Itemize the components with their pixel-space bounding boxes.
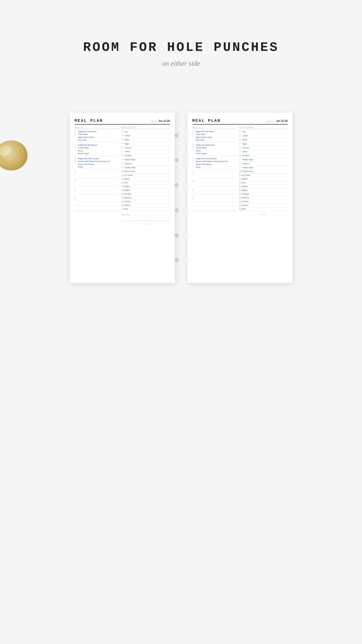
planner-body-left: MEALS MON Eggs with hash brown Tuna Sala… — [75, 127, 170, 225]
grocery-apples-label-right: Apples — [242, 177, 248, 180]
circle-pies-right — [239, 182, 241, 184]
day-meals-sat-right — [196, 187, 236, 194]
grocery-pastafrozen-left: Pasta Frozen — [122, 170, 170, 173]
check-oreos-right: ✓ — [239, 150, 242, 153]
grocery-bananas-label-left: Bananas — [124, 196, 132, 199]
meal-wed-1: Bagel with cream cheese — [78, 157, 118, 160]
meal-r-mon-1: Eggs with hash brown — [196, 130, 236, 133]
groceries-col-left: GROCERIES ✓ Tea ✓ Coffee ✓ Butter — [122, 127, 170, 225]
grocery-oranges-label-left: Oranges — [124, 193, 132, 196]
day-fri-left: FRI — [75, 179, 118, 187]
day-meals-fri-right — [196, 179, 236, 186]
grocery-bagels-right: Bagels — [239, 189, 288, 192]
grocery-cookies-label-right: Cookies — [243, 154, 249, 157]
planner-header-left: MEAL PLAN DATE Jan 22-28 — [75, 119, 170, 125]
day-meals-thu-right — [196, 171, 236, 178]
day-label-mon-left: MON — [75, 130, 77, 135]
grocery-salmon-right: Salmon — [239, 204, 288, 207]
grocery-butter-left: ✓ Butter — [122, 138, 170, 142]
grocery-icecream-label-left: Ice Cream — [124, 174, 133, 177]
day-thu-right: THU — [192, 171, 236, 178]
circle-muffins-right — [239, 186, 241, 188]
date-area-left: DATE Jan 22-28 — [150, 120, 170, 122]
watermark-left: by micheli — [122, 223, 170, 225]
check-popcorn-right: ✓ — [239, 162, 242, 165]
notes-label-left: NOTES — [122, 214, 170, 216]
grocery-oreos-label-right: Oreos — [243, 150, 248, 153]
circle-bananas-left — [122, 197, 124, 199]
day-sun-right: SUN — [192, 196, 236, 203]
grocery-tortillachips-label-left: Tortilla Chips — [125, 166, 136, 169]
planner-body-right: MEALS MON Eggs with hash brown Tuna Sala… — [192, 127, 288, 215]
day-mon-right: MON Eggs with hash brown Tuna Salad Spic… — [192, 130, 236, 143]
grocery-tortillachips-left: ✓ Tortilla Chips — [122, 166, 170, 170]
circle-beef-left — [122, 208, 124, 210]
grocery-potatochips-label-right: Potato Chips — [243, 158, 253, 161]
meal-tue-3: Tacos — [78, 149, 118, 152]
groceries-col-header-left: GROCERIES — [122, 127, 170, 129]
grocery-muffins-left: Muffins — [122, 185, 170, 189]
check-cheese-left: ✓ — [122, 146, 124, 149]
day-label-wed-left: WED — [75, 157, 77, 162]
grocery-muffins-label-right: Muffins — [242, 185, 248, 188]
grocery-oreos-label-left: Oreos — [125, 150, 130, 153]
grocery-chicken-left: Chicken — [122, 200, 170, 204]
circle-icecream-left — [122, 174, 124, 176]
grocery-coffee-label-left: Coffee — [125, 134, 130, 137]
check-butter-left: ✓ — [122, 138, 124, 142]
check-potatochips-right: ✓ — [239, 158, 242, 161]
grocery-icecream-left: Ice Cream — [122, 173, 170, 177]
grocery-potatochips-right: ✓ Potato Chips — [239, 158, 288, 162]
day-meals-sun-left — [78, 196, 118, 203]
day-label-sat-right: SAT — [192, 187, 195, 192]
grocery-pies-label-right: Pies — [242, 181, 246, 184]
grocery-oranges-right: Oranges — [239, 192, 288, 196]
meals-col-header-left: MEALS — [75, 127, 118, 129]
grocery-popcorn-left: ✓ Popcorn — [122, 162, 170, 166]
day-label-fri-left: FRI — [75, 179, 77, 183]
day-label-sat-left: SAT — [75, 187, 77, 192]
dot-1 — [174, 133, 179, 138]
check-tea-right: ✓ — [239, 130, 242, 134]
grocery-pies-left: Pies — [122, 181, 170, 185]
meals-col-left: MEALS MON Eggs with hash brown Tuna Sala… — [75, 127, 118, 225]
grocery-muffins-right: Muffins — [239, 185, 288, 189]
meal-r-wed-2: Honey Garlic Butter Shrimp & Broccoli — [196, 160, 236, 163]
planner-footer-right — [192, 205, 236, 211]
check-oreos-left: ✓ — [122, 150, 124, 153]
grocery-pastafrozen-right: Pasta Frozen — [239, 170, 288, 173]
day-fri-right: FRI — [192, 179, 236, 187]
grocery-bagels-label-right: Bagels — [242, 189, 248, 192]
day-label-thu-right: THU — [192, 171, 195, 175]
hole-3 — [183, 183, 188, 188]
day-sat-right: SAT — [192, 187, 236, 195]
grocery-apples-right: Apples — [239, 177, 288, 181]
day-label-fri-right: FRI — [192, 179, 195, 183]
meal-tue-2: Turkey Wrap — [78, 146, 118, 149]
grocery-cheese-label-right: Cheese — [243, 146, 249, 149]
header-section: ROOM FOR HOLE PUNCHES on either side — [0, 0, 362, 77]
grocery-potatochips-label-left: Potato Chips — [125, 158, 136, 161]
grocery-bananas-label-right: Bananas — [242, 196, 250, 199]
day-meals-tue-right: Waffle with Blueberries Turkey Wrap Taco… — [196, 144, 236, 156]
meal-r-tue-3: Tacos — [196, 149, 236, 152]
circle-oranges-right — [239, 193, 241, 195]
meal-wed-4: Fruits — [78, 166, 118, 168]
groceries-checked-left: ✓ Tea ✓ Coffee ✓ Butter ✓ — [122, 130, 170, 211]
check-tea-left: ✓ — [122, 130, 124, 134]
grocery-coffee-right: ✓ Coffee — [239, 134, 288, 138]
circle-muffins-left — [122, 186, 124, 188]
grocery-tea-right: ✓ Tea — [239, 130, 288, 134]
grocery-bagels-left: Bagels — [122, 189, 170, 192]
grocery-chicken-label-right: Chicken — [242, 200, 249, 203]
dot-5 — [174, 233, 179, 238]
grocery-apples-label-left: Apples — [124, 177, 130, 180]
grocery-tea-label-right: Tea — [243, 130, 246, 133]
meal-mon-3: Spicy Salmon Bowl — [78, 136, 118, 139]
check-potatochips-left: ✓ — [122, 158, 124, 161]
day-thu-left: THU — [75, 171, 118, 178]
circle-chicken-right — [239, 201, 241, 203]
grocery-salmon-label-left: Salmon — [124, 204, 131, 207]
planner-title-left: MEAL PLAN — [75, 119, 103, 123]
grocery-tortillachips-right: ✓ Tortilla Chips — [239, 166, 288, 170]
